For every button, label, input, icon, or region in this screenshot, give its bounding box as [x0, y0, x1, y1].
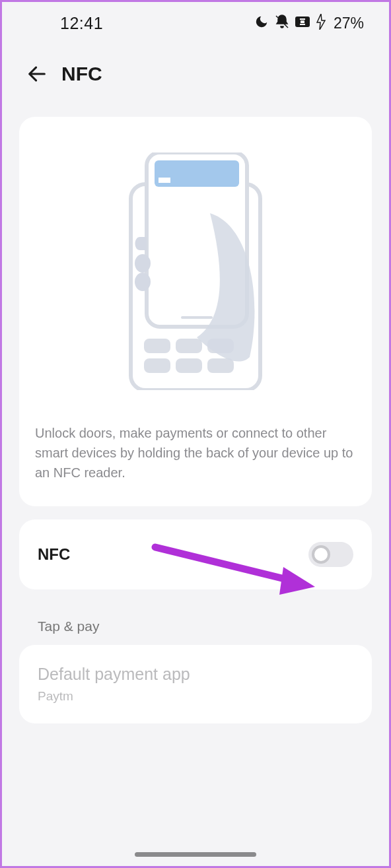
svg-point-13: [135, 254, 151, 273]
svg-rect-12: [207, 358, 234, 373]
default-payment-title: Default payment app: [38, 665, 353, 684]
tap-pay-header: Tap & pay: [19, 603, 372, 645]
battery-saver-icon: [295, 15, 311, 31]
default-payment-row[interactable]: Default payment app Paytm: [19, 645, 372, 723]
page-title: NFC: [61, 63, 102, 85]
nfc-toggle-switch[interactable]: [308, 542, 353, 567]
nfc-description: Unlock doors, make payments or connect t…: [35, 423, 356, 483]
svg-point-14: [135, 273, 151, 291]
svg-rect-10: [144, 358, 170, 373]
nfc-toggle-row[interactable]: NFC: [19, 519, 372, 589]
app-bar: NFC: [2, 35, 389, 98]
charging-icon: [316, 14, 326, 32]
info-card: Unlock doors, make payments or connect t…: [19, 117, 372, 506]
svg-rect-8: [176, 339, 202, 353]
svg-rect-6: [181, 316, 213, 319]
moon-icon: [254, 15, 269, 32]
default-payment-subtitle: Paytm: [38, 689, 353, 704]
status-time: 12:41: [60, 14, 103, 33]
svg-rect-11: [176, 358, 202, 373]
nfc-illustration: [35, 152, 356, 390]
bell-off-icon: [274, 14, 290, 32]
status-bar: 12:41 27%: [2, 2, 389, 35]
battery-percent: 27%: [334, 15, 364, 32]
svg-rect-1: [301, 20, 304, 23]
content-area: Unlock doors, make payments or connect t…: [2, 117, 389, 723]
nfc-toggle-label: NFC: [38, 545, 70, 564]
back-arrow-icon[interactable]: [26, 63, 48, 85]
home-indicator[interactable]: [135, 852, 256, 857]
status-icons: 27%: [254, 14, 364, 32]
svg-rect-5: [159, 178, 170, 183]
svg-rect-7: [144, 339, 170, 353]
toggle-knob: [312, 545, 330, 564]
